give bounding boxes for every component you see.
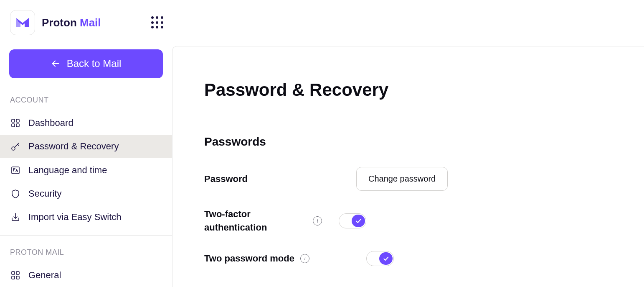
- sidebar-item-general[interactable]: General: [0, 264, 172, 287]
- toggle-thumb: [379, 252, 393, 265]
- brand-secondary: Mail: [80, 16, 101, 29]
- setting-row-password: Password Change password: [204, 167, 644, 191]
- sidebar-item-label: Import via Easy Switch: [28, 212, 122, 223]
- shield-icon: [10, 188, 21, 199]
- sidebar-item-dashboard[interactable]: Dashboard: [0, 111, 172, 135]
- setting-row-two-password: Two password mode i: [204, 251, 644, 266]
- svg-rect-10: [12, 272, 15, 274]
- svg-rect-12: [12, 276, 15, 279]
- back-button-label: Back to Mail: [67, 58, 122, 69]
- logo-text: Proton Mail: [42, 16, 101, 29]
- main-content: Password & Recovery Passwords Password C…: [172, 46, 644, 287]
- svg-rect-3: [12, 124, 15, 127]
- sidebar-item-password-recovery[interactable]: Password & Recovery: [0, 135, 172, 158]
- two-password-label: Two password mode: [204, 252, 294, 265]
- info-icon[interactable]: i: [313, 216, 322, 226]
- brand-primary: Proton: [42, 16, 77, 29]
- svg-line-7: [18, 144, 19, 146]
- apps-grid-icon[interactable]: [151, 16, 164, 29]
- two-password-toggle[interactable]: [366, 251, 394, 266]
- back-to-mail-button[interactable]: Back to Mail: [9, 49, 163, 78]
- section-title-passwords: Passwords: [204, 135, 644, 149]
- sidebar: Back to Mail ACCOUNT Dashboard: [0, 45, 172, 287]
- sidebar-item-label: Dashboard: [28, 118, 74, 128]
- sidebar-section-protonmail: PROTON MAIL: [0, 236, 172, 264]
- svg-rect-13: [16, 276, 19, 279]
- import-icon: [10, 212, 21, 223]
- sidebar-item-label: Security: [28, 188, 61, 199]
- sidebar-item-label: Language and time: [28, 165, 107, 176]
- svg-rect-11: [16, 272, 19, 274]
- two-factor-label: Two-factor authentication: [204, 208, 313, 234]
- sidebar-item-label: Password & Recovery: [28, 141, 119, 152]
- change-password-button[interactable]: Change password: [356, 167, 448, 191]
- info-icon[interactable]: i: [300, 254, 309, 263]
- check-icon: [383, 255, 389, 262]
- sidebar-item-security[interactable]: Security: [0, 182, 172, 205]
- check-icon: [355, 218, 362, 224]
- sidebar-item-language-time[interactable]: Language and time: [0, 158, 172, 182]
- key-icon: [10, 141, 21, 152]
- page-title: Password & Recovery: [204, 80, 644, 100]
- setting-row-two-factor: Two-factor authentication i: [204, 208, 644, 234]
- sidebar-item-import-easy-switch[interactable]: Import via Easy Switch: [0, 205, 172, 229]
- svg-rect-4: [16, 124, 19, 127]
- sidebar-section-account: ACCOUNT: [0, 78, 172, 111]
- language-icon: [10, 165, 21, 176]
- body: Back to Mail ACCOUNT Dashboard: [0, 45, 644, 287]
- sidebar-item-label: General: [28, 270, 61, 281]
- svg-rect-2: [16, 119, 19, 122]
- logo-box[interactable]: [10, 10, 35, 35]
- arrow-left-icon: [51, 59, 60, 68]
- two-factor-toggle[interactable]: [339, 213, 366, 228]
- proton-logo-icon: [15, 17, 30, 28]
- dashboard-icon: [10, 118, 21, 128]
- grid-icon: [10, 270, 21, 281]
- password-label: Password: [204, 172, 330, 186]
- svg-rect-1: [12, 119, 15, 122]
- header: Proton Mail: [0, 0, 644, 45]
- svg-rect-8: [12, 167, 19, 174]
- toggle-thumb: [352, 215, 365, 227]
